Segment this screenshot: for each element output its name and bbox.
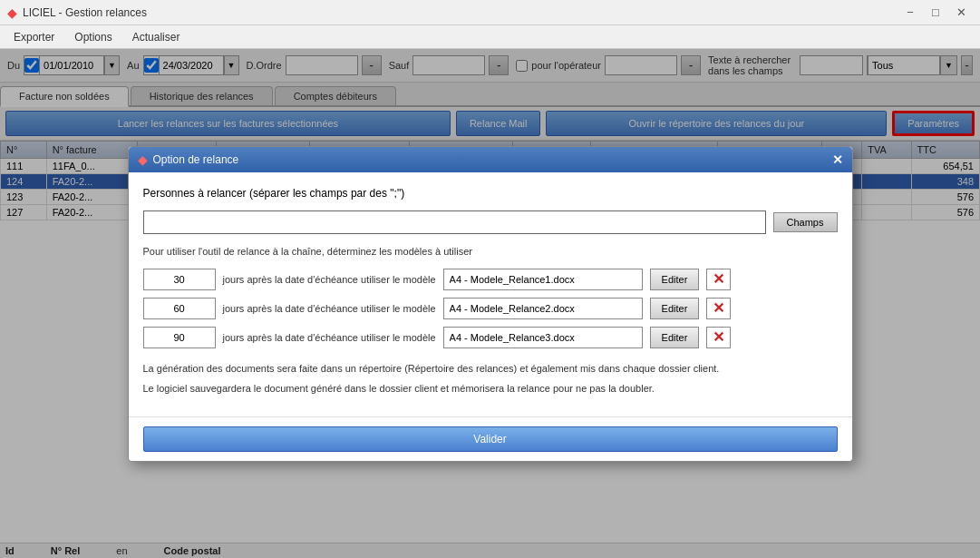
- app-icon: ◆: [7, 5, 17, 20]
- modal-overlay: ◆ Option de relance ✕ Personnes à relanc…: [0, 49, 980, 558]
- model-file-input-0[interactable]: [443, 269, 643, 290]
- champs-button[interactable]: Champs: [773, 212, 838, 232]
- model-days-input-0[interactable]: [143, 269, 216, 290]
- model-edit-button-2[interactable]: Editer: [650, 327, 700, 348]
- model-delete-button-0[interactable]: ✕: [706, 269, 731, 290]
- modal-info1: La génération des documents sera faite d…: [143, 361, 838, 377]
- persons-input-row: Champs: [143, 210, 838, 234]
- option-relance-modal: ◆ Option de relance ✕ Personnes à relanc…: [128, 146, 853, 462]
- model-row: jours après la date d'échéance utiliser …: [143, 269, 838, 290]
- model-row: jours après la date d'échéance utiliser …: [143, 298, 838, 319]
- persons-label: Personnes à relancer (séparer les champs…: [143, 187, 405, 200]
- delete-icon-1: ✕: [713, 299, 724, 317]
- main-content: Du ▼ Au ▼ D.Ordre - Sauf -: [0, 49, 980, 558]
- modal-footer: Valider: [129, 416, 852, 461]
- maximize-button[interactable]: □: [924, 4, 947, 22]
- menu-actualiser[interactable]: Actualiser: [124, 28, 189, 46]
- model-delete-button-1[interactable]: ✕: [706, 298, 731, 319]
- close-button[interactable]: ✕: [949, 4, 973, 22]
- minimize-button[interactable]: −: [898, 4, 922, 22]
- menu-options[interactable]: Options: [66, 28, 120, 46]
- validate-button[interactable]: Valider: [143, 426, 838, 452]
- model-edit-button-0[interactable]: Editer: [650, 269, 700, 290]
- delete-icon-2: ✕: [713, 328, 724, 346]
- model-edit-button-1[interactable]: Editer: [650, 298, 700, 319]
- modal-close-button[interactable]: ✕: [832, 152, 843, 167]
- chain-label: Pour utiliser l'outil de relance à la ch…: [143, 246, 472, 257]
- model-days-input-2[interactable]: [143, 327, 216, 348]
- menu-exporter[interactable]: Exporter: [5, 28, 63, 46]
- model-days-text-0: jours après la date d'échéance utiliser …: [223, 274, 436, 285]
- model-delete-button-2[interactable]: ✕: [706, 327, 731, 348]
- model-file-input-2[interactable]: [443, 327, 643, 348]
- model-days-text-1: jours après la date d'échéance utiliser …: [223, 303, 436, 314]
- app-title: LICIEL - Gestion relances: [23, 6, 147, 19]
- models-container: jours après la date d'échéance utiliser …: [143, 269, 838, 348]
- title-bar: ◆ LICIEL - Gestion relances − □ ✕: [0, 0, 980, 25]
- persons-input[interactable]: [143, 210, 766, 234]
- window-controls: − □ ✕: [898, 4, 973, 22]
- modal-info2: Le logiciel sauvegardera le document gén…: [143, 381, 838, 396]
- delete-icon-0: ✕: [713, 270, 724, 288]
- modal-body: Personnes à relancer (séparer les champs…: [129, 172, 852, 416]
- model-days-text-2: jours après la date d'échéance utiliser …: [223, 332, 436, 343]
- modal-title: Option de relance: [153, 153, 239, 166]
- model-days-input-1[interactable]: [143, 298, 216, 319]
- model-row: jours après la date d'échéance utiliser …: [143, 327, 838, 348]
- modal-title-bar: ◆ Option de relance ✕: [129, 147, 852, 172]
- model-file-input-1[interactable]: [443, 298, 643, 319]
- persons-row: Personnes à relancer (séparer les champs…: [143, 187, 838, 200]
- menu-bar: Exporter Options Actualiser: [0, 25, 980, 49]
- modal-title-icon: ◆: [138, 152, 148, 167]
